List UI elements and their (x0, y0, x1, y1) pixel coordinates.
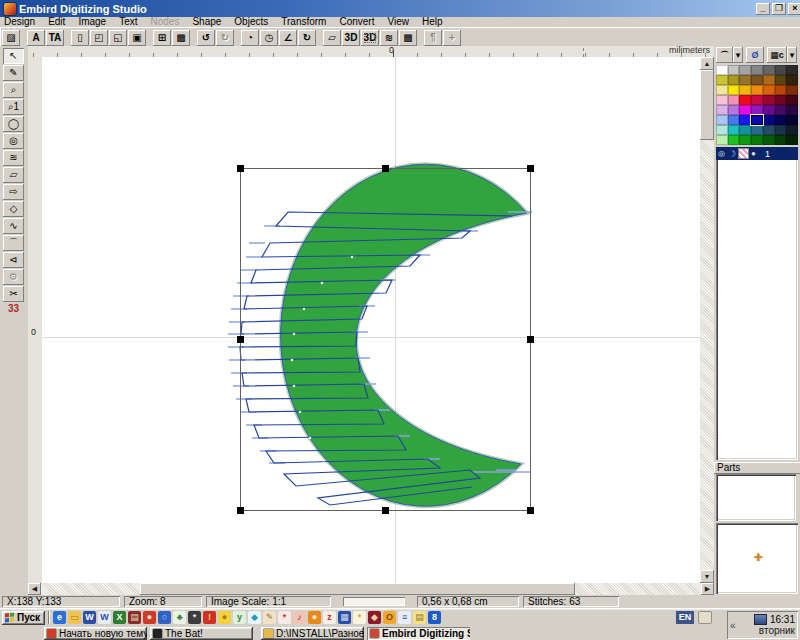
menu-text[interactable]: Text (119, 17, 137, 27)
splash-icon[interactable]: * (278, 611, 291, 624)
view-3d-scan-button[interactable]: 3D (361, 30, 379, 46)
media-icon[interactable]: z (323, 611, 336, 624)
bag-icon[interactable]: ◆ (368, 611, 381, 624)
palette-swatch-7-0[interactable] (716, 135, 728, 145)
palette-swatch-2-1[interactable] (728, 85, 740, 95)
palette-swatch-6-4[interactable] (763, 125, 775, 135)
edit-nodes-tool[interactable]: ✎ (3, 65, 24, 81)
palette-swatch-3-3[interactable] (751, 95, 763, 105)
task-button[interactable]: D:\INSTALL\Разное\Embird (261, 627, 364, 640)
menu-transform[interactable]: Transform (281, 17, 326, 27)
books-icon[interactable]: ▤ (128, 611, 141, 624)
palette-swatch-3-1[interactable] (728, 95, 740, 105)
palette-swatch-7-4[interactable] (763, 135, 775, 145)
scroll-right-button[interactable]: ▶ (701, 583, 714, 595)
selection-handle[interactable] (237, 165, 244, 172)
outline-style-button[interactable]: ⌒ (716, 47, 733, 63)
palette-swatch-5-5[interactable] (775, 115, 787, 125)
palette-swatch-3-5[interactable] (775, 95, 787, 105)
stitch-type-dropdown[interactable]: ▾ (787, 47, 797, 63)
bluetooth-icon[interactable]: 8 (428, 611, 441, 624)
tray-clock[interactable]: 16:31 (770, 614, 795, 625)
rotate-tool-button[interactable]: ↻ (298, 30, 316, 46)
palette-swatch-6-1[interactable] (728, 125, 740, 135)
save-design-button[interactable]: ▣ (128, 30, 146, 46)
lines-icon[interactable]: ≡ (398, 611, 411, 624)
pencil-icon[interactable]: ✎ (263, 611, 276, 624)
palette-swatch-1-6[interactable] (786, 75, 798, 85)
visibility-eye-icon[interactable]: ◎ (718, 149, 725, 158)
palette-swatch-1-5[interactable] (775, 75, 787, 85)
palette-swatch-4-5[interactable] (775, 105, 787, 115)
outline-style-dropdown[interactable]: ▾ (733, 47, 743, 63)
parts-list[interactable] (716, 474, 796, 521)
palette-swatch-5-4[interactable] (763, 115, 775, 125)
stitch-type-button[interactable]: ▦c (767, 47, 787, 63)
copy-button[interactable]: ⊞ (153, 30, 171, 46)
warning-icon[interactable]: ! (203, 611, 216, 624)
scroll-up-button[interactable]: ▲ (700, 57, 714, 70)
selection-handle[interactable] (527, 507, 534, 514)
close-button[interactable]: × (788, 3, 800, 15)
folder-icon[interactable]: ▭ (68, 611, 81, 624)
stitch-colors-button[interactable]: ≋ (380, 30, 398, 46)
task-button[interactable]: Начать новую тему :: В... (44, 627, 147, 640)
hand-icon[interactable] (698, 611, 712, 624)
palette-swatch-0-0[interactable] (716, 65, 728, 75)
internet-explorer-icon[interactable]: e (53, 611, 66, 624)
closed-outline-tool[interactable]: ◇ (3, 201, 24, 217)
palette-swatch-7-6[interactable] (786, 135, 798, 145)
column-fill-tool[interactable]: ▱ (3, 167, 24, 183)
minimize-button[interactable]: _ (756, 3, 770, 15)
word-icon[interactable]: W (83, 611, 96, 624)
palette-swatch-3-4[interactable] (763, 95, 775, 105)
split-tool[interactable]: ✂ (3, 286, 24, 302)
palette-swatch-4-3[interactable] (751, 105, 763, 115)
select-tool[interactable]: ↖ (3, 48, 24, 64)
palette-swatch-5-2[interactable] (739, 115, 751, 125)
palette-swatch-3-0[interactable] (716, 95, 728, 105)
blue-ball-icon[interactable]: ○ (158, 611, 171, 624)
scroll-left-button[interactable]: ◀ (28, 583, 41, 595)
palette-swatch-0-1[interactable] (728, 65, 740, 75)
palette-swatch-2-4[interactable] (763, 85, 775, 95)
design-canvas[interactable] (42, 57, 700, 583)
import-design-button[interactable]: ◱ (109, 30, 127, 46)
task-button[interactable]: The Bat! (150, 627, 253, 640)
excel-icon[interactable]: X (113, 611, 126, 624)
palette-swatch-5-1[interactable] (728, 115, 740, 125)
view-3d-button[interactable]: 3D (342, 30, 360, 46)
palette-swatch-0-2[interactable] (739, 65, 751, 75)
wordpad-icon[interactable]: W (98, 611, 111, 624)
palette-swatch-1-3[interactable] (751, 75, 763, 85)
palette-swatch-7-1[interactable] (728, 135, 740, 145)
palette-swatch-7-5[interactable] (775, 135, 787, 145)
image-view-button[interactable]: ▩ (399, 30, 417, 46)
selection-handle[interactable] (382, 165, 389, 172)
palette-swatch-2-0[interactable] (716, 85, 728, 95)
stitch-speed-button[interactable]: ◔ (241, 30, 259, 46)
menu-convert[interactable]: Convert (339, 17, 374, 27)
palette-swatch-4-1[interactable] (728, 105, 740, 115)
diamond-icon[interactable]: ◆ (248, 611, 261, 624)
selection-handle[interactable] (382, 507, 389, 514)
manual-stitch-tool[interactable]: ∿ (3, 218, 24, 234)
palette-swatch-5-0[interactable] (716, 115, 728, 125)
tray-display-icon[interactable] (754, 614, 767, 625)
palette-swatch-4-4[interactable] (763, 105, 775, 115)
palette-swatch-1-1[interactable] (728, 75, 740, 85)
palette-swatch-6-5[interactable] (775, 125, 787, 135)
paste-button[interactable]: ▩ (172, 30, 190, 46)
start-button[interactable]: Пуск (2, 611, 45, 625)
palette-swatch-7-2[interactable] (739, 135, 751, 145)
palette-swatch-0-3[interactable] (751, 65, 763, 75)
palette-swatch-1-0[interactable] (716, 75, 728, 85)
palette-swatch-6-0[interactable] (716, 125, 728, 135)
language-indicator[interactable]: EN (676, 611, 694, 624)
menu-view[interactable]: View (387, 17, 409, 27)
design-browser-button[interactable]: ▨ (2, 30, 20, 46)
bird-icon[interactable]: y (233, 611, 246, 624)
palette-swatch-2-6[interactable] (786, 85, 798, 95)
selection-handle[interactable] (527, 165, 534, 172)
thread-spool-button[interactable]: Ø (746, 47, 764, 63)
